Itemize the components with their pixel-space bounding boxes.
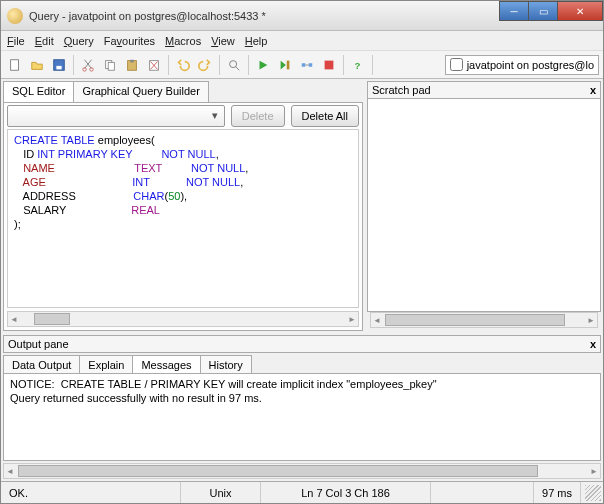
output-tabs: Data Output Explain Messages History bbox=[1, 353, 603, 374]
svg-rect-0 bbox=[11, 59, 19, 70]
separator bbox=[372, 55, 373, 75]
menu-edit[interactable]: Edit bbox=[35, 35, 54, 47]
sql-code-area[interactable]: CREATE TABLE employees( ID INT PRIMARY K… bbox=[7, 129, 359, 308]
query-window: Query - javatpoint on postgres@localhost… bbox=[0, 0, 604, 504]
menu-view[interactable]: View bbox=[211, 35, 235, 47]
maximize-button[interactable]: ▭ bbox=[528, 1, 558, 21]
status-encoding: Unix bbox=[181, 482, 261, 503]
scratch-close-icon[interactable]: x bbox=[590, 84, 596, 96]
output-line-1: NOTICE: CREATE TABLE / PRIMARY KEY will … bbox=[10, 378, 437, 390]
status-bar: OK. Unix Ln 7 Col 3 Ch 186 97 ms bbox=[1, 481, 603, 503]
editor-panel: Delete Delete All CREATE TABLE employees… bbox=[3, 102, 363, 331]
close-button[interactable]: ✕ bbox=[557, 1, 603, 21]
status-time: 97 ms bbox=[534, 482, 581, 503]
separator bbox=[248, 55, 249, 75]
tab-history[interactable]: History bbox=[200, 355, 252, 374]
svg-rect-11 bbox=[287, 60, 290, 69]
output-line-2: Query returned successfully with no resu… bbox=[10, 392, 262, 404]
tab-messages[interactable]: Messages bbox=[132, 355, 200, 374]
toolbar: ? javatpoint on postgres@lo bbox=[1, 51, 603, 79]
svg-rect-12 bbox=[302, 63, 306, 67]
editor-tabs: SQL Editor Graphical Query Builder bbox=[3, 81, 363, 103]
scratch-pad-header[interactable]: Scratch pad x bbox=[367, 81, 601, 99]
tab-graphical-builder[interactable]: Graphical Query Builder bbox=[73, 81, 208, 103]
delete-all-button[interactable]: Delete All bbox=[291, 105, 359, 127]
separator bbox=[168, 55, 169, 75]
redo-icon[interactable] bbox=[195, 55, 215, 75]
cancel-icon[interactable] bbox=[319, 55, 339, 75]
window-buttons: ─ ▭ ✕ bbox=[500, 1, 603, 21]
scratch-column: Scratch pad x bbox=[367, 81, 601, 331]
status-ok: OK. bbox=[1, 482, 181, 503]
svg-rect-6 bbox=[108, 62, 114, 70]
menu-bar: File Edit Query Favourites Macros View H… bbox=[1, 31, 603, 51]
new-icon[interactable] bbox=[5, 55, 25, 75]
menu-help[interactable]: Help bbox=[245, 35, 268, 47]
save-icon[interactable] bbox=[49, 55, 69, 75]
output-pane-header[interactable]: Output pane x bbox=[3, 335, 601, 353]
svg-rect-2 bbox=[56, 65, 61, 69]
title-bar[interactable]: Query - javatpoint on postgres@localhost… bbox=[1, 1, 603, 31]
mid-row: SQL Editor Graphical Query Builder Delet… bbox=[1, 79, 603, 333]
output-pane-title: Output pane bbox=[8, 338, 69, 350]
editor-toolbar: Delete Delete All bbox=[4, 103, 362, 129]
resize-grip-icon[interactable] bbox=[585, 485, 601, 501]
scratch-horizontal-scrollbar[interactable] bbox=[370, 312, 598, 328]
menu-macros[interactable]: Macros bbox=[165, 35, 201, 47]
output-horizontal-scrollbar[interactable] bbox=[3, 463, 601, 479]
svg-text:?: ? bbox=[355, 59, 361, 70]
minimize-button[interactable]: ─ bbox=[499, 1, 529, 21]
app-icon bbox=[7, 8, 23, 24]
svg-point-10 bbox=[230, 60, 237, 67]
scratch-pad-title: Scratch pad bbox=[372, 84, 431, 96]
scroll-thumb[interactable] bbox=[18, 465, 538, 477]
connection-combo[interactable]: javatpoint on postgres@lo bbox=[445, 55, 599, 75]
copy-icon[interactable] bbox=[100, 55, 120, 75]
scroll-thumb[interactable] bbox=[34, 313, 70, 325]
help-icon[interactable]: ? bbox=[348, 55, 368, 75]
execute-pgscript-icon[interactable] bbox=[275, 55, 295, 75]
delete-button[interactable]: Delete bbox=[231, 105, 285, 127]
tab-data-output[interactable]: Data Output bbox=[3, 355, 80, 374]
svg-rect-8 bbox=[130, 59, 134, 62]
menu-query[interactable]: Query bbox=[64, 35, 94, 47]
window-title: Query - javatpoint on postgres@localhost… bbox=[29, 10, 266, 22]
scratch-pad-body[interactable] bbox=[367, 99, 601, 312]
explain-icon[interactable] bbox=[297, 55, 317, 75]
menu-file[interactable]: File bbox=[7, 35, 25, 47]
find-icon[interactable] bbox=[224, 55, 244, 75]
cut-icon[interactable] bbox=[78, 55, 98, 75]
connection-label: javatpoint on postgres@lo bbox=[467, 59, 594, 71]
horizontal-scrollbar[interactable] bbox=[7, 311, 359, 327]
separator bbox=[219, 55, 220, 75]
undo-icon[interactable] bbox=[173, 55, 193, 75]
scroll-thumb[interactable] bbox=[385, 314, 565, 326]
tab-explain[interactable]: Explain bbox=[79, 355, 133, 374]
clear-icon[interactable] bbox=[144, 55, 164, 75]
menu-favourites[interactable]: Favourites bbox=[104, 35, 155, 47]
paste-icon[interactable] bbox=[122, 55, 142, 75]
output-messages-body[interactable]: NOTICE: CREATE TABLE / PRIMARY KEY will … bbox=[3, 373, 601, 461]
separator bbox=[343, 55, 344, 75]
previous-queries-combo[interactable] bbox=[7, 105, 225, 127]
editor-column: SQL Editor Graphical Query Builder Delet… bbox=[3, 81, 363, 331]
separator bbox=[73, 55, 74, 75]
tab-sql-editor[interactable]: SQL Editor bbox=[3, 81, 74, 103]
open-icon[interactable] bbox=[27, 55, 47, 75]
status-position: Ln 7 Col 3 Ch 186 bbox=[261, 482, 431, 503]
execute-icon[interactable] bbox=[253, 55, 273, 75]
svg-rect-13 bbox=[309, 63, 313, 67]
connection-checkbox[interactable] bbox=[450, 58, 463, 71]
svg-rect-14 bbox=[325, 60, 334, 69]
output-close-icon[interactable]: x bbox=[590, 338, 596, 350]
